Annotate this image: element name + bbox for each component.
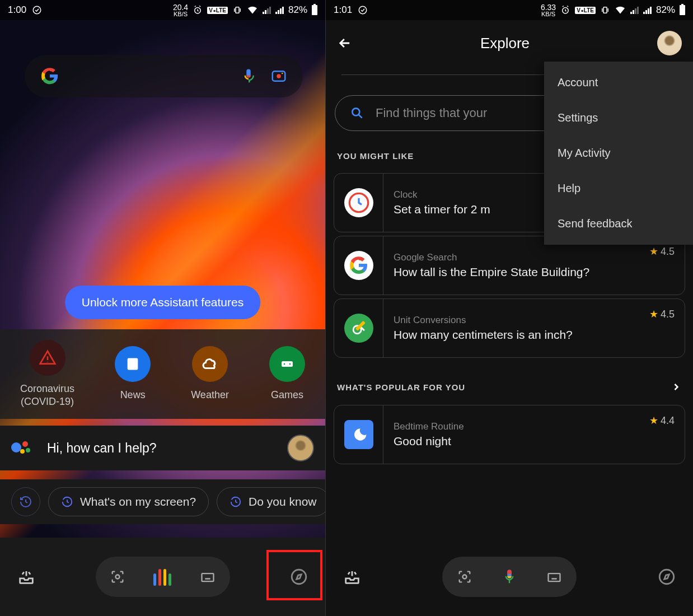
category-coronavirus[interactable]: Coronavirus (COVID-19) <box>20 340 74 409</box>
star-icon: ★ <box>649 414 658 427</box>
vibrate-icon <box>600 5 610 15</box>
bottom-bar <box>326 538 693 616</box>
alarm-icon <box>193 5 203 15</box>
user-avatar[interactable] <box>287 435 314 461</box>
svg-rect-20 <box>549 573 560 581</box>
card-rating: ★4.5 <box>649 245 685 258</box>
ruler-icon <box>344 314 373 343</box>
category-weather[interactable]: Weather <box>191 346 229 402</box>
signal-icon-2 <box>643 6 652 14</box>
google-search-bar[interactable] <box>25 55 303 97</box>
assistant-greeting-row: Hi, how can I help? <box>0 426 325 470</box>
unlock-features-button[interactable]: Unlock more Assistant features <box>65 286 260 319</box>
category-panel: Coronavirus (COVID-19) News Weather Game… <box>0 329 325 419</box>
menu-item-account[interactable]: Account <box>544 65 693 100</box>
check-circle-icon <box>32 5 42 15</box>
battery-pct: 82% <box>288 4 307 16</box>
volte-badge: V∘LTE <box>575 7 596 14</box>
svg-point-8 <box>289 363 291 365</box>
card-unit-conversions[interactable]: Unit Conversions How many centimeters is… <box>334 298 685 358</box>
keyboard-icon[interactable] <box>546 569 562 585</box>
svg-point-19 <box>462 575 466 579</box>
lens-small-icon[interactable] <box>457 569 472 585</box>
keyboard-icon[interactable] <box>200 569 216 585</box>
menu-item-help[interactable]: Help <box>544 171 693 206</box>
menu-item-settings[interactable]: Settings <box>544 100 693 136</box>
history-button[interactable] <box>11 487 40 516</box>
svg-rect-10 <box>202 573 214 581</box>
wifi-icon <box>247 6 258 15</box>
svg-point-21 <box>659 570 674 584</box>
star-icon: ★ <box>649 308 658 320</box>
compass-icon[interactable] <box>657 567 676 586</box>
category-games[interactable]: Games <box>269 346 305 402</box>
category-label: News <box>120 389 146 402</box>
moon-icon <box>344 420 373 449</box>
card-bedtime[interactable]: Bedtime Routine Good night ★4.4 <box>334 405 685 464</box>
card-text: Good night <box>394 435 639 448</box>
context-menu: Account Settings My Activity Help Send f… <box>544 62 693 245</box>
network-speed: 20.4 KB/S <box>173 3 188 17</box>
card-category: Unit Conversions <box>394 315 639 326</box>
assistant-logo-icon <box>11 437 34 459</box>
menu-item-my-activity[interactable]: My Activity <box>544 136 693 171</box>
mic-color-icon[interactable] <box>501 568 518 585</box>
phone-screen-right: 1:01 6.33 KB/S V∘LTE 82% Explore About t… <box>326 0 693 616</box>
svg-point-9 <box>115 575 119 579</box>
lens-icon[interactable] <box>270 68 287 85</box>
card-category: Bedtime Routine <box>394 421 639 432</box>
tray-icon[interactable] <box>17 567 36 586</box>
network-speed: 6.33 KB/S <box>541 3 556 17</box>
card-rating: ★4.5 <box>649 308 685 320</box>
category-news[interactable]: News <box>115 346 151 402</box>
mic-icon[interactable] <box>240 68 257 85</box>
status-bar: 1:01 6.33 KB/S V∘LTE 82% <box>326 0 693 20</box>
google-g-icon <box>40 67 59 86</box>
voice-input-icon[interactable] <box>153 568 171 586</box>
history-icon <box>19 495 32 508</box>
clock-icon <box>344 188 373 217</box>
battery-pct: 82% <box>656 4 675 16</box>
svg-point-4 <box>277 74 281 78</box>
signal-icon-1 <box>263 6 271 14</box>
gamepad-icon <box>269 346 305 382</box>
vibrate-icon <box>232 5 242 15</box>
svg-rect-6 <box>282 361 293 367</box>
input-mode-pill <box>96 557 230 597</box>
news-icon <box>115 346 151 382</box>
page-title: Explore <box>364 35 646 52</box>
history-icon <box>61 496 73 508</box>
card-text: How many centimeters is an inch? <box>394 328 639 342</box>
chip-label: Do you know <box>249 495 316 508</box>
svg-rect-14 <box>603 7 607 13</box>
tray-icon[interactable] <box>343 567 362 586</box>
category-label: Games <box>271 389 303 402</box>
check-circle-icon <box>358 5 368 15</box>
category-label: Weather <box>191 389 229 402</box>
menu-item-send-feedback[interactable]: Send feedback <box>544 206 693 241</box>
user-avatar[interactable] <box>657 31 682 55</box>
chevron-right-icon <box>671 381 682 393</box>
card-category: Google Search <box>394 252 639 263</box>
signal-icon-2 <box>275 6 284 14</box>
section-popular[interactable]: WHAT'S POPULAR FOR YOU <box>326 361 693 402</box>
explore-header: Explore <box>326 24 693 63</box>
chip-whats-on-screen[interactable]: What's on my screen? <box>48 487 209 516</box>
svg-point-15 <box>352 108 359 115</box>
assistant-greeting-text: Hi, how can I help? <box>47 441 274 456</box>
search-icon <box>350 106 364 120</box>
signal-icon-1 <box>630 6 639 14</box>
svg-rect-2 <box>236 7 239 13</box>
phone-screen-left: 1:00 20.4 KB/S V∘LTE 82% <box>0 0 326 616</box>
highlight-marker-compass <box>266 550 322 600</box>
alarm-icon <box>560 5 570 15</box>
alert-icon <box>30 340 65 376</box>
svg-point-5 <box>282 73 283 74</box>
svg-point-7 <box>284 363 285 365</box>
back-arrow-icon[interactable] <box>337 35 353 51</box>
history-icon <box>230 496 242 508</box>
wifi-icon <box>615 6 626 15</box>
lens-small-icon[interactable] <box>110 569 125 585</box>
chip-do-you-know[interactable]: Do you know <box>217 487 325 516</box>
search-placeholder: Find things that your <box>376 106 487 120</box>
